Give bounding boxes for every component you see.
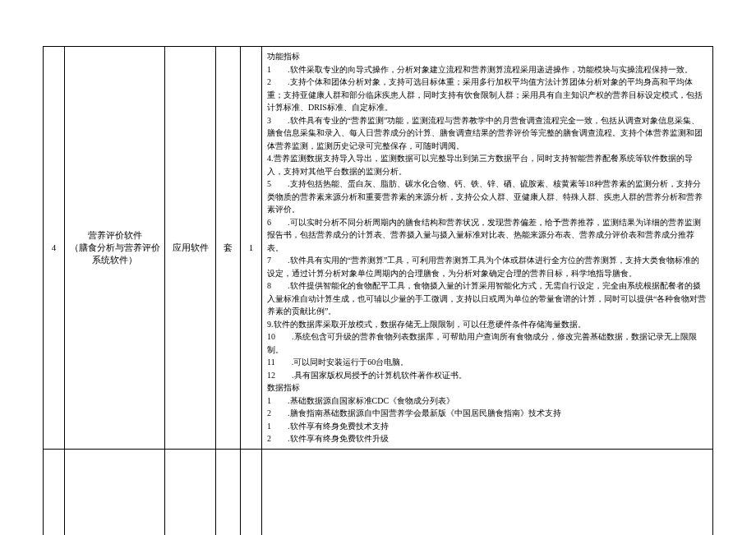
cell-type: 应用软件 [165, 47, 216, 450]
data-line: 1 .基础数据源自国家标准CDC《食物成分列表》 [267, 394, 708, 408]
detail-line: 6 .可以实时分析不同分析周期内的膳食结构和营养状况，发现营养偏差，给予营养推荐… [267, 216, 708, 255]
empty-cell [241, 449, 262, 535]
cell-qty: 1 [241, 47, 262, 450]
detail-line: 12 .具有国家版权局授予的计算机软件著作权证书。 [267, 369, 708, 382]
data-title: 数据指标 [267, 381, 708, 394]
table-row: 4 营养评价软件 （膳食分析与营养评价系统软件） 应用软件 套 1 功能指标 1… [44, 47, 713, 450]
table-row [44, 449, 713, 535]
empty-cell [65, 449, 165, 535]
detail-line: 8 .软件提供智能化的食物配平工具，食物摄入量的计算采用智能化方式，无需自行设定… [267, 279, 708, 318]
document-page: 4 营养评价软件 （膳食分析与营养评价系统软件） 应用软件 套 1 功能指标 1… [0, 0, 756, 535]
detail-line: 3 .软件具有专业的“营养监测”功能，监测流程与营养教学中的月营食调查流程完全一… [267, 114, 708, 153]
spec-table: 4 营养评价软件 （膳食分析与营养评价系统软件） 应用软件 套 1 功能指标 1… [43, 46, 713, 535]
empty-cell [216, 449, 241, 535]
detail-line: 10 .系统包含可升级的营养食物列表数据库，可帮助用户查询所有食物成分，修改完善… [267, 330, 708, 356]
empty-cell [262, 449, 713, 535]
cell-details: 功能指标 1 .软件采取专业的向导式操作，分析对象建立流程和营养测算流程采用递进… [262, 47, 713, 450]
func-title: 功能指标 [267, 50, 708, 63]
detail-line: 11 .可以同时安装运行于60台电脑。 [267, 356, 708, 369]
empty-cell [44, 449, 65, 535]
data-line: 2 .软件享有终身免费软件升级 [267, 432, 708, 445]
detail-line: 9.软件的数据库采取开放模式，数据存储无上限限制，可以任意硬件条件存储海量数据。 [267, 318, 708, 331]
data-line: 1 .软件享有终身免费技术支持 [267, 420, 708, 433]
detail-line: 4.营养监测数据支持导入导出，监测数据可以完整导出到第三方数据平台，同时支持智能… [267, 152, 708, 178]
cell-index: 4 [44, 47, 65, 450]
data-line: 2 .膳食指南基础数据源自中国营养学会最新版《中国居民膳食指南》技术支持 [267, 407, 708, 420]
detail-line: 5 .支持包括热能、蛋白灰、脂肪、碳水化合物、钙、铁、锌、硒、硫胺素、核黄素等1… [267, 178, 708, 216]
empty-cell [165, 449, 216, 535]
detail-line: 1 .软件采取专业的向导式操作，分析对象建立流程和营养测算流程采用递进操作，功能… [267, 63, 708, 76]
detail-line: 7 .软件具有实用的“营养测算”工具，可利用营养测算工具为个体或群体进行全方位的… [267, 254, 708, 279]
cell-name: 营养评价软件 （膳食分析与营养评价系统软件） [65, 47, 165, 450]
detail-line: 2 .支持个体和团体分析对象，支持可选目标体重；采用多行加权平均值方法计算团体分… [267, 76, 708, 114]
cell-unit: 套 [216, 47, 241, 450]
